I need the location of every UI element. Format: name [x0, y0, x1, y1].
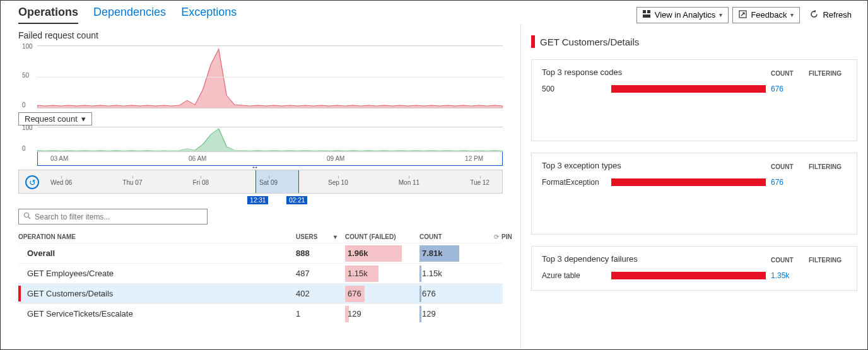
timeline-navigator[interactable]: ↺ Wed 06 Thu 07 Fri 08 Sat 09 Sep 10 Mon…: [18, 170, 503, 194]
panel-item-bar: [611, 85, 766, 93]
panel-col-count: COUNT: [771, 70, 809, 77]
op-name: Overall: [18, 248, 296, 258]
timeline-end-handle[interactable]: 02:21: [286, 196, 307, 204]
drag-cursor-icon: ↔: [251, 163, 259, 172]
panel-item-name: FormatException: [542, 178, 611, 187]
panel-item-name: Azure table: [542, 271, 611, 280]
y-tick: 100: [22, 43, 33, 50]
op-failed: 129: [345, 309, 361, 318]
op-name: GET Employees/Create: [18, 269, 296, 278]
timeline-reset-icon[interactable]: ↺: [25, 175, 39, 189]
col-count[interactable]: COUNT: [419, 233, 494, 240]
col-operation-name[interactable]: OPERATION NAME: [18, 233, 296, 240]
time-tick: 03 AM: [50, 155, 68, 162]
feedback-button[interactable]: Feedback ▾: [732, 7, 800, 23]
timeline-start-handle[interactable]: 12:31: [247, 196, 268, 204]
panel-item-count[interactable]: 676: [771, 85, 809, 93]
panel-dependency-failures: Top 3 dependency failures COUNT FILTERIN…: [531, 246, 857, 291]
panel-col-filter: FILTERING: [809, 70, 847, 77]
search-icon: [23, 212, 31, 221]
svg-line-5: [28, 217, 30, 219]
table-row-selected[interactable]: GET Customers/Details 402 676 676: [18, 283, 503, 303]
panel-title: Top 3 dependency failures: [542, 254, 771, 264]
y-tick: 100: [22, 124, 33, 131]
table-row-overall[interactable]: Overall 888 1.96k 7.81k: [18, 243, 503, 263]
timeline-day: Wed 06: [50, 177, 72, 186]
time-tick: 12 PM: [465, 155, 483, 162]
panel-exception-types: Top 3 exception types COUNT FILTERING Fo…: [531, 153, 857, 235]
panel-response-codes: Top 3 response codes COUNT FILTERING 500…: [531, 59, 857, 141]
panel-row[interactable]: Azure table 1.35k: [542, 269, 847, 283]
view-analytics-button[interactable]: View in Analytics ▾: [636, 7, 729, 23]
y-tick: 50: [22, 72, 29, 79]
tab-operations[interactable]: Operations: [18, 6, 78, 24]
panel-row[interactable]: 500 676: [542, 82, 847, 96]
panel-title: Top 3 response codes: [542, 67, 771, 77]
chevron-down-icon: ▾: [81, 114, 86, 124]
table-row[interactable]: GET ServiceTickets/Escalate 1 129 129: [18, 303, 503, 324]
op-count: 676: [419, 289, 436, 298]
op-count: 1.15k: [419, 269, 442, 278]
analytics-icon: [643, 10, 651, 20]
refresh-button[interactable]: Refresh: [804, 7, 857, 23]
y-tick: 0: [22, 145, 26, 152]
op-failed: 1.96k: [345, 248, 368, 258]
panel-col-filter: FILTERING: [809, 257, 847, 264]
feedback-icon: [739, 10, 747, 20]
refresh-icon: [809, 9, 819, 21]
col-users[interactable]: USERS: [296, 233, 334, 240]
chevron-down-icon: ▾: [790, 11, 794, 18]
op-users: 888: [296, 248, 334, 258]
request-count-label: Request count: [25, 114, 78, 124]
op-name: GET ServiceTickets/Escalate: [18, 309, 296, 318]
svg-point-4: [25, 213, 29, 218]
detail-header: GET Customers/Details: [531, 35, 857, 48]
timeline-day: Mon 11: [399, 177, 419, 186]
panel-item-count[interactable]: 676: [771, 178, 809, 187]
sort-desc-icon[interactable]: ▾: [334, 233, 345, 240]
panel-col-count: COUNT: [771, 257, 809, 264]
request-count-dropdown[interactable]: Request count ▾: [18, 112, 92, 125]
operations-table: OPERATION NAME USERS ▾ COUNT (FAILED) CO…: [18, 231, 503, 324]
svg-rect-2: [643, 15, 650, 18]
op-users: 1: [296, 309, 334, 318]
op-count: 129: [419, 309, 436, 318]
failed-request-chart-title: Failed request count: [18, 30, 503, 40]
panel-item-count[interactable]: 1.35k: [771, 271, 809, 280]
detail-title: GET Customers/Details: [540, 37, 639, 47]
op-users: 487: [296, 269, 334, 278]
pin-icon: ⟳: [494, 233, 499, 240]
tab-dependencies[interactable]: Dependencies: [93, 6, 166, 24]
detail-accent: [531, 35, 535, 48]
col-count-failed[interactable]: COUNT (FAILED): [345, 233, 419, 240]
chevron-down-icon: ▾: [719, 11, 722, 18]
view-analytics-label: View in Analytics: [655, 10, 716, 20]
timeline-day: Tue 12: [470, 177, 490, 186]
panel-item-bar: [611, 178, 766, 186]
timeline-day: Sep 10: [328, 177, 348, 186]
panel-row[interactable]: FormatException 676: [542, 175, 847, 189]
search-input[interactable]: [35, 213, 202, 221]
timeline-day: Thu 07: [122, 177, 142, 186]
panel-item-bar: [611, 272, 766, 279]
time-tick: 06 AM: [189, 155, 206, 162]
op-users: 402: [296, 289, 334, 298]
time-tick: 09 AM: [327, 155, 344, 162]
col-pin[interactable]: PIN: [501, 233, 512, 240]
request-count-series: [37, 127, 503, 151]
y-tick: 0: [22, 102, 26, 108]
timeline-selection[interactable]: ↔ 12:31 02:21: [255, 170, 299, 193]
search-box[interactable]: [18, 209, 208, 225]
table-row[interactable]: GET Employees/Create 487 1.15k 1.15k: [18, 263, 503, 283]
time-axis: 03 AM 06 AM 09 AM 12 PM: [37, 152, 503, 166]
panel-title: Top 3 exception types: [542, 161, 771, 170]
feedback-label: Feedback: [751, 10, 787, 20]
op-name: GET Customers/Details: [18, 289, 296, 298]
failed-request-chart: 100 50 0: [18, 45, 503, 108]
tab-exceptions[interactable]: Exceptions: [181, 6, 237, 24]
refresh-label: Refresh: [823, 10, 852, 20]
op-failed: 1.15k: [345, 269, 368, 278]
panel-col-count: COUNT: [771, 163, 809, 170]
timeline-day: Fri 08: [193, 177, 209, 186]
op-failed: 676: [345, 289, 361, 298]
